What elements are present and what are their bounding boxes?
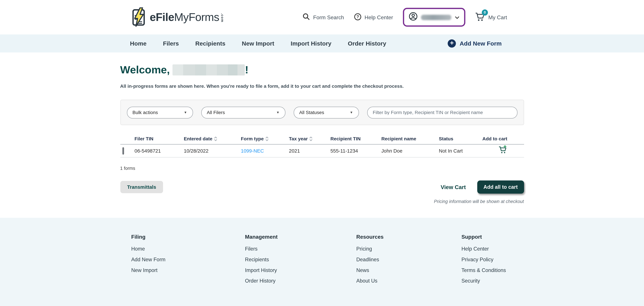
footer-title-filing: Filing (131, 234, 245, 240)
logo-bolt-clipboard-icon (130, 7, 147, 27)
filter-bar: Bulk actions ▼ All Filers ▼ All Statuses… (120, 100, 524, 125)
brand-logo[interactable]: eFileMyForms .com (130, 7, 224, 27)
bulk-actions-value: Bulk actions (132, 110, 158, 115)
col-tax-year-label: Tax year (289, 136, 308, 141)
footer-link-import-history[interactable]: Import History (245, 267, 356, 274)
sort-icon (214, 136, 217, 141)
nav-item-new-import[interactable]: New Import (242, 40, 274, 47)
welcome-prefix: Welcome, (120, 64, 170, 76)
add-new-form-label: Add New Form (460, 40, 502, 47)
cell-recipient-name: John Doe (381, 148, 439, 154)
top-header: eFileMyForms .com Form Search (0, 0, 644, 34)
all-statuses-value: All Statuses (299, 110, 324, 115)
actions-row: Transmittals View Cart Add all to cart (120, 180, 524, 194)
footer-link-about-us[interactable]: About Us (356, 278, 461, 284)
footer-column-management: Management Filers Recipients Import Hist… (245, 234, 356, 284)
col-add-to-cart: Add to cart (482, 136, 524, 141)
add-to-cart-icon[interactable] (498, 145, 508, 155)
transmittals-button[interactable]: Transmittals (120, 181, 163, 193)
bulk-actions-select[interactable]: Bulk actions ▼ (127, 107, 193, 118)
footer-link-order-history[interactable]: Order History (245, 278, 356, 284)
col-entered-date[interactable]: Entered date (184, 136, 241, 141)
all-filers-select[interactable]: All Filers ▼ (201, 107, 285, 118)
footer-link-privacy-policy[interactable]: Privacy Policy (461, 256, 524, 263)
nav-item-order-history[interactable]: Order History (348, 40, 386, 47)
main-nav: Home Filers Recipients New Import Import… (0, 34, 644, 53)
footer-title-management: Management (245, 234, 356, 240)
forms-table: Filer TIN Entered date Form type (120, 133, 524, 157)
my-cart-button[interactable]: 0 My Cart (475, 12, 507, 22)
cart-icon: 0 (475, 12, 485, 22)
nav-item-home[interactable]: Home (130, 40, 146, 47)
user-name-redacted (421, 14, 451, 20)
cell-tax-year: 2021 (289, 148, 330, 154)
footer-title-resources: Resources (356, 234, 461, 240)
footer-title-support: Support (461, 234, 524, 240)
col-status: Status (439, 136, 482, 141)
view-cart-button[interactable]: View Cart (440, 184, 466, 190)
form-search-label: Form Search (313, 14, 344, 20)
footer-column-support: Support Help Center Privacy Policy Terms… (461, 234, 524, 284)
cell-entered-date: 10/28/2022 (184, 148, 241, 154)
intro-text: All in-progress forms are shown here. Wh… (120, 84, 524, 89)
my-cart-label: My Cart (488, 14, 507, 20)
cell-status: Not In Cart (439, 148, 482, 154)
form-type-link[interactable]: 1099-NEC (241, 148, 264, 154)
footer-link-help-center[interactable]: Help Center (461, 246, 524, 252)
caret-down-icon: ▼ (276, 111, 280, 114)
footer-link-deadlines[interactable]: Deadlines (356, 256, 461, 263)
cell-recipient-tin: 555-11-1234 (330, 148, 381, 154)
col-form-type-label: Form type (241, 136, 264, 141)
row-checkbox[interactable] (122, 147, 124, 154)
footer-link-terms-conditions[interactable]: Terms & Conditions (461, 267, 524, 274)
col-form-type[interactable]: Form type (241, 136, 289, 141)
site-footer: Filing Home Add New Form New Import Mana… (0, 218, 644, 306)
footer-link-filers[interactable]: Filers (245, 246, 356, 252)
plus-circle-icon: + (448, 39, 456, 48)
logo-text: eFileMyForms (150, 11, 219, 24)
col-entered-date-label: Entered date (184, 136, 212, 141)
forms-count: 1 forms (120, 166, 524, 170)
col-recipient-tin: Recipient TIN (330, 136, 381, 141)
table-header-row: Filer TIN Entered date Form type (120, 133, 524, 145)
nav-item-import-history[interactable]: Import History (291, 40, 332, 47)
footer-link-new-import[interactable]: New Import (131, 267, 245, 274)
chevron-down-icon (455, 13, 460, 21)
cell-filer-tin: 06-5498721 (134, 148, 184, 154)
sort-icon (310, 136, 313, 141)
search-icon (303, 13, 310, 21)
user-menu-button[interactable] (403, 8, 465, 27)
nav-item-recipients[interactable]: Recipients (195, 40, 226, 47)
help-center-button[interactable]: ? Help Center (354, 13, 393, 21)
footer-link-pricing[interactable]: Pricing (356, 246, 461, 252)
add-all-to-cart-button[interactable]: Add all to cart (477, 180, 524, 194)
footer-column-filing: Filing Home Add New Form New Import (131, 234, 245, 284)
all-statuses-select[interactable]: All Statuses ▼ (294, 107, 359, 118)
nav-item-filers[interactable]: Filers (163, 40, 179, 47)
col-tax-year[interactable]: Tax year (289, 136, 330, 141)
form-search-button[interactable]: Form Search (303, 13, 344, 21)
footer-link-news[interactable]: News (356, 267, 461, 274)
help-icon: ? (354, 13, 361, 21)
caret-down-icon: ▼ (350, 111, 353, 114)
footer-link-security[interactable]: Security (461, 278, 524, 284)
user-icon (409, 12, 418, 23)
add-new-form-button[interactable]: + Add New Form (448, 39, 502, 48)
logo-text-bold: eFile (150, 11, 174, 24)
welcome-name-redacted (173, 64, 245, 75)
footer-link-home[interactable]: Home (131, 246, 245, 252)
main-content: Welcome, ! All in-progress forms are sho… (0, 52, 644, 218)
page-title: Welcome, ! (120, 64, 524, 76)
help-center-label: Help Center (364, 14, 393, 20)
footer-link-recipients[interactable]: Recipients (245, 256, 356, 263)
footer-link-add-new-form[interactable]: Add New Form (131, 256, 245, 263)
pricing-note: Pricing information will be shown at che… (120, 199, 524, 204)
logo-text-suffix: .com (220, 13, 224, 25)
welcome-suffix: ! (245, 64, 248, 76)
logo-text-regular: MyForms (174, 11, 219, 24)
svg-text:?: ? (356, 14, 359, 19)
filter-search-input[interactable] (367, 107, 517, 118)
caret-down-icon: ▼ (184, 111, 187, 114)
all-filers-value: All Filers (207, 110, 225, 115)
cart-badge: 0 (482, 9, 488, 15)
